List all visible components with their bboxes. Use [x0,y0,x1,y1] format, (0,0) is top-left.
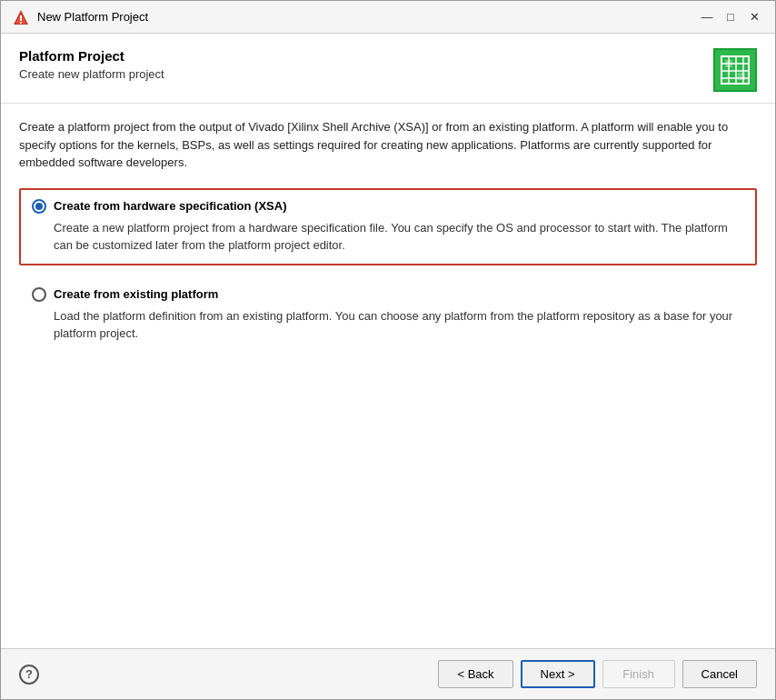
svg-rect-12 [738,73,745,80]
option-xsa-header: Create from hardware specification (XSA) [32,199,744,214]
header-section: Platform Project Create new platform pro… [1,34,775,104]
help-button[interactable]: ? [19,665,39,685]
svg-rect-11 [725,60,732,67]
window-title: New Platform Project [37,10,148,24]
option-existing-label: Create from existing platform [54,287,218,301]
option-existing-header: Create from existing platform [32,287,744,302]
header-text: Platform Project Create new platform pro… [19,48,702,81]
finish-button[interactable]: Finish [602,660,675,688]
content-area: Platform Project Create new platform pro… [1,34,775,648]
footer: ? < Back Next > Finish Cancel [1,648,775,699]
option-xsa-radio[interactable] [32,199,46,214]
option-xsa-desc: Create a new platform project from a har… [54,219,744,255]
main-content: Create a platform project from the outpu… [1,104,775,648]
description-text: Create a platform project from the outpu… [19,118,757,172]
cancel-button[interactable]: Cancel [682,660,757,688]
title-bar-controls: — □ ✕ [697,7,764,27]
svg-point-3 [20,22,22,24]
platform-icon [713,48,757,92]
minimize-button[interactable]: — [697,7,717,27]
close-button[interactable]: ✕ [744,7,764,27]
title-bar: New Platform Project — □ ✕ [1,1,775,34]
maximize-button[interactable]: □ [721,7,741,27]
footer-buttons: < Back Next > Finish Cancel [438,660,757,688]
page-subtitle: Create new platform project [19,67,702,81]
option-existing-card[interactable]: Create from existing platform Load the p… [19,276,757,354]
title-bar-left: New Platform Project [12,8,148,26]
platform-icon-svg [720,55,751,85]
option-existing-desc: Load the platform definition from an exi… [54,307,744,343]
next-button[interactable]: Next > [521,660,595,688]
option-xsa-card[interactable]: Create from hardware specification (XSA)… [19,188,757,265]
footer-left: ? [19,665,39,685]
option-xsa-label: Create from hardware specification (XSA) [54,199,286,213]
page-title: Platform Project [19,48,702,64]
app-logo-icon [12,8,30,26]
option-existing-radio[interactable] [32,287,46,302]
back-button[interactable]: < Back [438,660,512,688]
dialog-window: New Platform Project — □ ✕ Platform Proj… [0,0,776,700]
